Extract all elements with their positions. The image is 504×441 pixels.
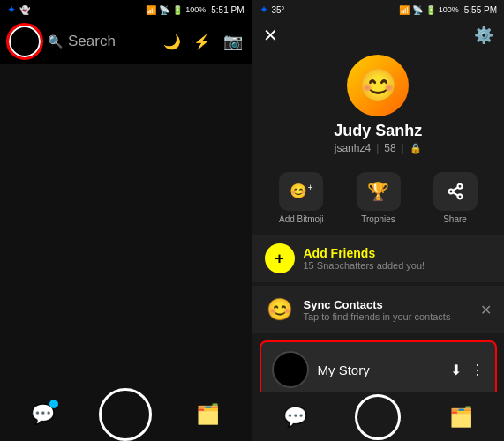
add-friends-text: Add Friends 15 Snapchatters added you! [304, 246, 493, 271]
left-time: 5:51 PM [211, 5, 244, 15]
profile-divider-2: | [402, 142, 404, 154]
gear-icon[interactable]: ⚙️ [474, 26, 493, 45]
right-bottom-bar: 💬 🗂️ [252, 392, 505, 441]
add-friends-icon: + [265, 243, 295, 273]
profile-username: jsanhz4 [335, 142, 371, 154]
share-icon [433, 172, 478, 211]
right-time: 5:55 PM [464, 5, 497, 15]
add-bitmoji-label: Add Bitmoji [279, 214, 324, 224]
right-chat-icon[interactable]: 💬 [283, 406, 307, 429]
add-friends-subtitle: 15 Snapchatters added you! [304, 260, 493, 271]
sync-contacts-close[interactable]: ✕ [480, 302, 492, 318]
chat-badge [49, 400, 58, 408]
search-bar[interactable]: 🔍 Search [48, 33, 156, 50]
svg-line-3 [453, 192, 458, 195]
right-wifi-icon: 📡 [412, 5, 423, 15]
snapchat-icon-left: 👻 [19, 5, 30, 15]
sync-contacts-title: Sync Contacts [304, 298, 472, 311]
my-story-item[interactable]: My Story ⬇ ⋮ [261, 342, 496, 397]
my-story-section: My Story ⬇ ⋮ [260, 340, 498, 399]
right-dropbox-icon: ✦ [260, 4, 268, 16]
left-panel: ✦ 👻 📶 📡 🔋 100% 5:51 PM 🔍 Search 🌙 ⚡ 📷 💬 [0, 0, 252, 441]
right-battery-text: 100% [439, 5, 459, 14]
profile-section: 😊 Judy Sanhz jsanhz4 | 58 | 🔒 [252, 51, 505, 163]
right-status-left: ✦ 35° [260, 4, 285, 16]
share-button[interactable]: Share [433, 172, 478, 224]
right-panel: ✦ 35° 📶 📡 🔋 100% 5:55 PM ✕ ⚙️ 😊 Judy San… [252, 0, 505, 441]
add-bitmoji-button[interactable]: 😊+ Add Bitmoji [279, 172, 324, 224]
profile-score: 58 [384, 142, 395, 154]
left-stories-icon[interactable]: 🗂️ [196, 403, 220, 426]
moon-icon[interactable]: 🌙 [163, 34, 181, 50]
left-wifi-icon: 📡 [159, 5, 169, 15]
right-stories-icon[interactable]: 🗂️ [449, 406, 473, 429]
bolt-icon[interactable]: ⚡ [193, 34, 211, 50]
left-bottom-bar: 💬 🗂️ [0, 388, 252, 441]
right-battery-icon: 🔋 [425, 5, 436, 15]
right-status-bar: ✦ 35° 📶 📡 🔋 100% 5:55 PM [252, 0, 505, 19]
profile-username-row: jsanhz4 | 58 | 🔒 [335, 142, 422, 154]
profile-name: Judy Sanhz [334, 122, 422, 140]
left-avatar[interactable] [9, 26, 41, 57]
share-label: Share [443, 214, 467, 224]
trophies-label: Trophies [361, 214, 395, 224]
right-signal-icon: 📶 [399, 5, 410, 15]
trophies-icon: 🏆 [357, 172, 401, 211]
lock-icon: 🔒 [410, 143, 422, 154]
left-battery-text: 100% [185, 5, 206, 14]
left-chat-icon[interactable]: 💬 [31, 403, 55, 426]
profile-divider: | [376, 142, 379, 154]
right-capture-button[interactable] [355, 394, 401, 440]
left-top-icons: 🌙 ⚡ 📷 [163, 32, 243, 51]
right-status-right: 📶 📡 🔋 100% 5:55 PM [399, 5, 497, 15]
more-options-icon[interactable]: ⋮ [470, 362, 485, 378]
add-friends-item[interactable]: + Add Friends 15 Snapchatters added you! [252, 235, 505, 282]
left-battery-icon: 🔋 [172, 5, 183, 15]
my-story-title: My Story [318, 363, 442, 377]
bitmoji-emoji: 😊 [358, 67, 398, 104]
left-status-bar: ✦ 👻 📶 📡 🔋 100% 5:51 PM [0, 0, 252, 19]
left-signal-icon: 📶 [146, 5, 156, 15]
my-story-avatar [272, 351, 309, 388]
sync-contacts-item[interactable]: 😊 Sync Contacts Tap to find friends in y… [252, 286, 505, 333]
sync-contacts-subtitle: Tap to find friends in your contacts [304, 311, 472, 322]
svg-line-4 [453, 187, 458, 190]
search-icon: 🔍 [48, 34, 63, 49]
camera-circle-icon[interactable]: 📷 [223, 32, 243, 51]
profile-bitmoji[interactable]: 😊 [347, 55, 409, 116]
left-capture-button[interactable] [99, 388, 152, 441]
left-top-bar: 🔍 Search 🌙 ⚡ 📷 [0, 19, 252, 64]
left-status-left: ✦ 👻 [7, 4, 30, 16]
add-friends-title: Add Friends [304, 246, 493, 260]
search-label: Search [68, 33, 116, 50]
add-bitmoji-icon: 😊+ [279, 172, 323, 211]
left-status-right: 📶 📡 🔋 100% 5:51 PM [146, 5, 244, 15]
trophies-button[interactable]: 🏆 Trophies [357, 172, 401, 224]
download-icon[interactable]: ⬇ [450, 362, 462, 378]
right-top-bar: ✕ ⚙️ [252, 19, 505, 51]
left-main-area [0, 64, 252, 441]
right-temp: 35° [272, 5, 285, 15]
my-story-icons: ⬇ ⋮ [450, 362, 485, 378]
sync-contacts-icon: 😊 [265, 295, 295, 325]
dropbox-icon: ✦ [7, 4, 16, 16]
sync-contacts-text: Sync Contacts Tap to find friends in you… [304, 298, 472, 322]
action-buttons-row: 😊+ Add Bitmoji 🏆 Trophies Share [252, 163, 505, 233]
close-button[interactable]: ✕ [263, 25, 278, 46]
